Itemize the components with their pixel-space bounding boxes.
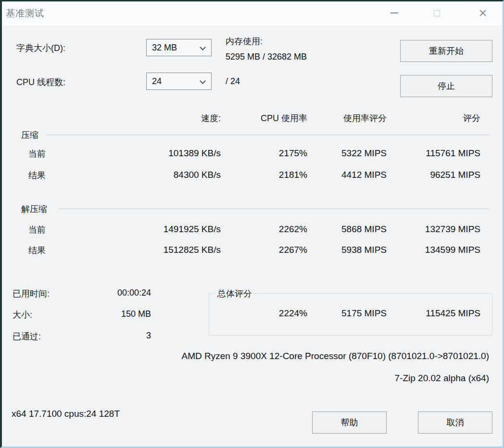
passes-label: 已通过: bbox=[13, 331, 41, 342]
close-icon: × bbox=[479, 6, 487, 20]
window-title: 基准测试 bbox=[6, 7, 44, 20]
cpu-threads-label: CPU 线程数: bbox=[16, 76, 65, 88]
total-rating-row: 2224% 5175 MIPS 115425 MIPS bbox=[2, 308, 503, 321]
chevron-down-icon bbox=[200, 44, 206, 50]
stop-button[interactable]: 停止 bbox=[400, 75, 492, 97]
maximize-button[interactable] bbox=[423, 1, 450, 25]
minimize-icon bbox=[391, 12, 398, 13]
header-usage-rating: 使用率评分 bbox=[310, 112, 387, 124]
cpu-usage-value: 2267% bbox=[235, 245, 307, 255]
cpu-usage-value: 2262% bbox=[235, 224, 307, 235]
table-row: 当前 101389 KB/s 2175% 5322 MIPS 115761 MI… bbox=[2, 148, 503, 161]
total-rating-value: 115425 MIPS bbox=[384, 308, 480, 319]
row-label: 结果 bbox=[28, 170, 46, 181]
decompression-divider bbox=[59, 209, 489, 209]
dictionary-size-label: 字典大小(D): bbox=[16, 42, 65, 54]
restart-button[interactable]: 重新开始 bbox=[400, 40, 492, 62]
table-row: 结果 1512825 KB/s 2267% 5938 MIPS 134599 M… bbox=[2, 245, 503, 257]
speed-value: 1491925 KB/s bbox=[101, 224, 221, 235]
rating-value: 115761 MIPS bbox=[384, 148, 480, 159]
table-row: 结果 84300 KB/s 2181% 4412 MIPS 96251 MIPS bbox=[2, 170, 503, 182]
compression-divider bbox=[46, 135, 489, 135]
rating-value: 134599 MIPS bbox=[384, 245, 480, 255]
usage-rating-value: 5868 MIPS bbox=[310, 224, 387, 235]
row-label: 当前 bbox=[28, 224, 46, 236]
chevron-down-icon bbox=[200, 78, 206, 84]
elapsed-time-value: 00:00:24 bbox=[74, 288, 151, 298]
cpu-threads-select[interactable]: 24 bbox=[146, 73, 212, 90]
compression-group-label: 压缩 bbox=[21, 129, 38, 141]
dictionary-size-select[interactable]: 32 MB bbox=[146, 39, 212, 56]
cpu-usage-value: 2181% bbox=[235, 170, 307, 180]
usage-rating-value: 4412 MIPS bbox=[310, 170, 387, 180]
close-button[interactable]: × bbox=[469, 1, 496, 25]
memory-usage-label: 内存使用: bbox=[226, 36, 263, 47]
header-speed: 速度: bbox=[101, 112, 221, 124]
decompression-group-label: 解压缩 bbox=[21, 203, 47, 215]
titlebar: 基准测试 × bbox=[2, 1, 503, 25]
speed-value: 1512825 KB/s bbox=[101, 245, 221, 255]
cancel-button[interactable]: 取消 bbox=[418, 411, 492, 434]
speed-value: 101389 KB/s bbox=[101, 148, 221, 159]
header-cpu-usage: CPU 使用率 bbox=[235, 112, 307, 124]
maximize-icon bbox=[434, 10, 440, 16]
benchmark-dialog: 基准测试 × 字典大小(D): 32 MB 内存使用: 5295 MB / 32… bbox=[0, 0, 504, 448]
help-button[interactable]: 帮助 bbox=[312, 411, 387, 434]
app-version-text: 7-Zip 20.02 alpha (x64) bbox=[395, 373, 489, 384]
elapsed-time-label: 已用时间: bbox=[13, 288, 50, 299]
table-row: 当前 1491925 KB/s 2262% 5868 MIPS 132739 M… bbox=[2, 224, 503, 236]
cpu-threads-total: / 24 bbox=[226, 76, 240, 87]
dictionary-size-value: 32 MB bbox=[152, 43, 177, 53]
table-header-row: 速度: CPU 使用率 使用率评分 评分 bbox=[2, 112, 503, 125]
total-cpu-usage-value: 2224% bbox=[235, 308, 307, 319]
header-rating: 评分 bbox=[384, 112, 480, 124]
total-rating-label: 总体评分 bbox=[215, 288, 254, 299]
usage-rating-value: 5938 MIPS bbox=[310, 245, 387, 255]
speed-value: 84300 KB/s bbox=[101, 170, 221, 180]
usage-rating-value: 5322 MIPS bbox=[310, 148, 387, 159]
total-usage-rating-value: 5175 MIPS bbox=[310, 308, 387, 319]
passes-value: 3 bbox=[74, 331, 151, 341]
build-info-text: x64 17.7100 cpus:24 128T bbox=[12, 409, 120, 419]
memory-usage-value: 5295 MB / 32682 MB bbox=[226, 52, 307, 62]
cpu-threads-value: 24 bbox=[152, 76, 162, 87]
cpu-usage-value: 2175% bbox=[235, 148, 307, 159]
rating-value: 132739 MIPS bbox=[384, 224, 480, 235]
row-label: 当前 bbox=[28, 148, 46, 160]
cpu-info-text: AMD Ryzen 9 3900X 12-Core Processor (870… bbox=[181, 351, 489, 361]
minimize-button[interactable] bbox=[381, 1, 408, 25]
row-label: 结果 bbox=[28, 245, 46, 256]
rating-value: 96251 MIPS bbox=[384, 170, 480, 180]
